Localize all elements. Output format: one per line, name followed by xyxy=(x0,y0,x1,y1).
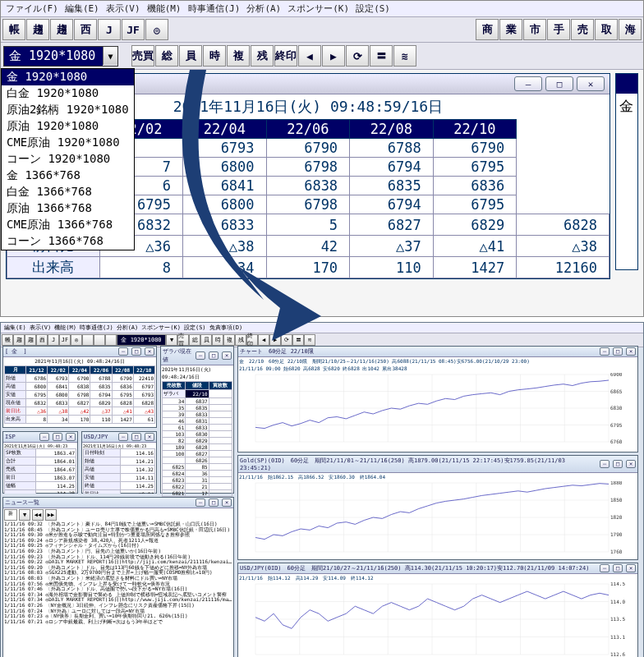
news-item[interactable]: 1/11/16 07:24 〔NY外為〕ユーロに対しては一段高=NY市場 xyxy=(4,609,232,614)
menu-item[interactable]: 表示(V) xyxy=(106,2,140,15)
news-item[interactable]: 1/11/16 07:23 ◎〔NY債券〕長期金利、買い=10年債期待回り21.… xyxy=(4,613,232,619)
toolbar-button[interactable]: 取 xyxy=(595,19,618,40)
toolbar-button[interactable]: 帳 xyxy=(2,19,25,40)
news-item[interactable]: 1/11/16 07:21 ◎ロシア中銀最裁、利上げ判断=次はもう3年半ほどで xyxy=(4,619,232,625)
menu-item[interactable]: 設定(S) xyxy=(356,2,390,15)
mini-close-btn[interactable]: ✕ xyxy=(145,347,154,356)
news-filter-btn[interactable]: ▼ xyxy=(19,509,30,521)
mini-min-btn[interactable]: — xyxy=(39,433,49,441)
toolbar-button[interactable] xyxy=(82,334,94,346)
mini-min-btn[interactable]: — xyxy=(118,347,128,356)
mini-min-btn[interactable]: — xyxy=(600,347,610,356)
mini-max-btn[interactable]: □ xyxy=(131,433,141,441)
news-item[interactable]: 1/11/16 09:23 〔外為コメント〕ドル、114円20銭前後で値動き鈍る… xyxy=(4,554,232,560)
mini-max-btn[interactable]: □ xyxy=(613,564,623,572)
mini-min-btn[interactable]: — xyxy=(196,351,205,360)
toolbar-button[interactable]: 手 xyxy=(547,19,570,40)
news-item[interactable]: 1/11/16 07:56 ◎米国債先物、インフレ上昇を受けて一時軟化=債券市況 xyxy=(4,581,232,587)
mini-min-btn[interactable]: — xyxy=(118,433,128,441)
news-item[interactable]: 1/11/16 09:30 ◎米が推進を示唆で動向注目=特別かつ重要場所関係なき… xyxy=(4,532,232,538)
dropdown-item[interactable]: 白金 1366*768 xyxy=(2,184,134,200)
dropdown-item[interactable]: CME原油 1366*768 xyxy=(2,217,134,233)
mini-menu-item[interactable]: 表示(V) xyxy=(30,324,52,332)
news-item[interactable]: 1/11/16 09:24 ◎ロシア新規感染者 38,420人、死者1211人=… xyxy=(4,538,232,544)
toolbar-button[interactable]: 趨 xyxy=(26,19,49,40)
dropdown-item[interactable]: コーン 1366*768 xyxy=(2,233,134,250)
toolbar-button[interactable] xyxy=(94,334,105,346)
toolbar-button[interactable]: 西 xyxy=(36,334,48,346)
news-list[interactable]: 1/11/16 09:32 〔外為コメント〕豪ドル、84円10銭で上値重い=SM… xyxy=(4,521,232,624)
menu-item[interactable]: 分析(A) xyxy=(246,2,281,15)
dropdown-item[interactable]: 原油 1366*768 xyxy=(2,200,134,217)
mini-close-btn[interactable]: ✕ xyxy=(222,498,232,507)
news-item[interactable]: 1/11/16 07:34 ◎DAILY MARKET REPORT(16日)h… xyxy=(4,597,232,603)
news-filter[interactable]: 新 xyxy=(4,509,17,521)
news-item[interactable]: 1/11/16 09:23 〔外為コメント〕円、目先の上値重いか(16日午前) xyxy=(4,549,232,554)
dropdown-item[interactable]: 金 1920*1080 xyxy=(2,69,134,85)
toolbar-button[interactable]: 趨 xyxy=(50,19,73,40)
toolbar-button[interactable]: 〓 xyxy=(370,45,393,67)
news-item[interactable]: 1/11/16 09:25 ◎フィナンシャル・タイムズから(16日付) xyxy=(4,543,232,549)
news-item[interactable]: 1/11/16 09:32 〔外為コメント〕豪ドル、84円10銭で上値重い=SM… xyxy=(4,521,232,527)
mini-close-btn[interactable]: ✕ xyxy=(66,433,76,441)
mini-close-btn[interactable]: ✕ xyxy=(626,347,636,356)
mini-menu-item[interactable]: 時事通信(J) xyxy=(80,324,113,332)
menu-item[interactable]: 機能(M) xyxy=(147,2,182,15)
toolbar-button[interactable]: JF xyxy=(59,334,71,346)
close-button[interactable]: ✕ xyxy=(577,76,605,91)
toolbar-button[interactable]: 西 xyxy=(74,19,97,40)
news-item[interactable]: 1/11/16 07:34 ◎海外相場で金影響目で警める 上値抑制で横移弱=恒域… xyxy=(4,592,232,598)
toolbar-button[interactable]: 趨 xyxy=(13,334,25,346)
news-item[interactable]: 1/11/16 09:22 ◎DAILY MARKET REPORT(16日)h… xyxy=(4,559,232,565)
mini-max-btn[interactable]: □ xyxy=(131,347,141,356)
news-prev-btn[interactable]: ◀◀ xyxy=(32,509,44,521)
news-item[interactable]: 1/11/16 08:45 〔外為コメント〕ユーロ売り主導で株価重かる円高も=S… xyxy=(4,527,232,533)
toolbar-button[interactable]: ◎ xyxy=(145,19,168,40)
mini-min-btn[interactable]: — xyxy=(600,460,610,468)
toolbar-button[interactable]: 業 xyxy=(499,19,522,40)
mini-close-btn[interactable]: ✕ xyxy=(145,433,154,441)
dropdown-item[interactable]: コーン 1920*1080 xyxy=(2,151,134,168)
news-item[interactable]: 1/11/16 07:46 〔外為コメント〕ドル、高値圏で勢い→段下がる=NY市… xyxy=(4,586,232,592)
news-item[interactable]: 1/11/16 07:26 〔NY金概況〕3日続伸、インフレ懸念にリスク資産価格… xyxy=(4,603,232,609)
toolbar-button[interactable]: ⟳ xyxy=(346,45,369,67)
dropdown-item[interactable]: 原油2銘柄 1920*1080 xyxy=(2,102,134,118)
mini-menu-item[interactable]: 分析(A) xyxy=(117,324,139,332)
news-item[interactable]: 1/11/16 09:20 〔外為コメント〕ドル、目先は113円60銭を下値めど… xyxy=(4,565,232,571)
layout-combo[interactable]: 金 1920*1080 ▼ xyxy=(3,46,118,67)
mini-close-btn[interactable]: ✕ xyxy=(626,460,636,468)
toolbar-button[interactable] xyxy=(105,334,117,346)
news-item[interactable]: 1/11/16 08:03 ◎SGX225連動、2万9700円台まで上昇=上げ幅… xyxy=(4,570,232,576)
mini-min-btn[interactable]: — xyxy=(196,498,205,507)
maximize-button[interactable]: □ xyxy=(545,76,573,91)
mini-menu-item[interactable]: 編集(E) xyxy=(4,324,26,332)
news-next-btn[interactable]: ▶▶ xyxy=(45,509,57,521)
mini-max-btn[interactable]: □ xyxy=(209,498,218,507)
menu-item[interactable]: 時事通信(J) xyxy=(188,2,241,15)
mini-menu-item[interactable]: 機能(M) xyxy=(54,324,76,332)
layout-combo-button[interactable]: ▼ xyxy=(103,47,117,65)
dropdown-item[interactable]: 原油 1920*1080 xyxy=(2,118,134,135)
toolbar-button[interactable]: 市 xyxy=(523,19,546,40)
toolbar-button[interactable]: ◎ xyxy=(71,334,82,346)
toolbar-button[interactable]: J xyxy=(48,334,59,346)
menu-item[interactable]: スポンサー(K) xyxy=(288,2,349,15)
news-item[interactable]: 1/11/16 08:03 〔外為コメント〕米経済の底堅さを材料にドル買い=NY… xyxy=(4,576,232,581)
mini-max-btn[interactable]: □ xyxy=(53,433,62,441)
toolbar-button[interactable]: 海 xyxy=(619,19,642,40)
menu-item[interactable]: 編集(E) xyxy=(65,2,99,15)
mini-min-btn[interactable]: — xyxy=(600,564,610,572)
dropdown-item[interactable]: 白金 1920*1080 xyxy=(2,85,134,102)
toolbar-button[interactable]: 商 xyxy=(476,19,499,40)
menu-item[interactable]: ファイル(F) xyxy=(6,2,58,15)
mini-max-btn[interactable]: □ xyxy=(613,347,623,356)
toolbar-button[interactable]: JF xyxy=(122,19,145,40)
dropdown-item[interactable]: 金 1366*768 xyxy=(2,168,134,184)
toolbar-button[interactable]: ≋ xyxy=(393,45,416,67)
toolbar-button[interactable]: J xyxy=(98,19,121,40)
mini-close-btn[interactable]: ✕ xyxy=(626,564,636,572)
mini-close-btn[interactable]: ✕ xyxy=(222,351,232,360)
toolbar-button[interactable]: 帳 xyxy=(2,334,13,346)
mini-max-btn[interactable]: □ xyxy=(209,351,218,360)
mini-max-btn[interactable]: □ xyxy=(613,460,623,468)
